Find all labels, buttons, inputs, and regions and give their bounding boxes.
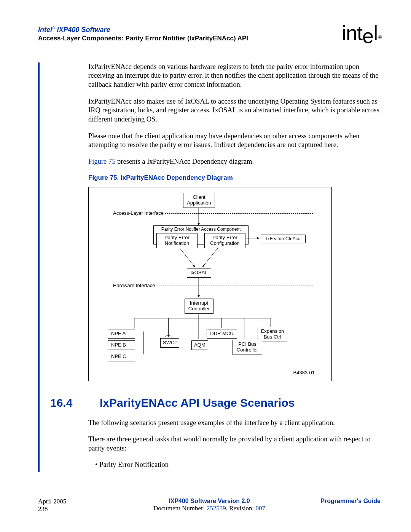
- section-heading: 16.4 IxParityENAcc API Usage Scenarios: [50, 396, 381, 409]
- page-footer: April 2005 238 IXP400 Software Version 2…: [38, 496, 381, 513]
- paragraph: Please note that the client application …: [88, 132, 381, 150]
- label-access-layer: Access-Layer Interface: [112, 210, 165, 216]
- diagram-box-aqm: AQM: [191, 340, 208, 350]
- diagram-id: B4383-01: [293, 370, 315, 375]
- chapter-subtitle: Access-Layer Components: Parity Error No…: [38, 35, 342, 42]
- diagram-box-npe-b: NPE B: [108, 340, 135, 350]
- section-rule: [38, 62, 49, 472]
- diagram-box-pe-notification: Parity Error Notification: [156, 233, 198, 248]
- dependency-diagram: Client Application Access-Layer Interfac…: [88, 187, 332, 381]
- list-item: • Parity Error Notification: [95, 461, 381, 469]
- paragraph: There are three general tasks that would…: [88, 435, 381, 453]
- diagram-box-client: Client Application: [183, 193, 215, 208]
- paragraph: Figure 75 presents a IxParityENAcc Depen…: [88, 157, 381, 166]
- footer-version: IXP400 Software Version 2.0: [122, 498, 297, 505]
- diagram-box-pe-config: Parity Error Configuration: [204, 233, 245, 248]
- footer-rule: [38, 496, 381, 496]
- section-title: IxParityENAcc API Usage Scenarios: [100, 396, 295, 409]
- product-suffix: IXP400 Software: [55, 26, 110, 34]
- footer-guide-title: Programmer's Guide: [297, 498, 381, 505]
- paragraph-text: presents a IxParityENAcc Dependency diag…: [115, 158, 254, 165]
- label-notifier-group: Parity Error Notifier Access Component: [154, 227, 248, 232]
- paragraph: IxParityENAcc depends on various hardwar…: [88, 62, 381, 89]
- paragraph: IxParityENAcc also makes use of IxOSAL t…: [88, 97, 381, 124]
- diagram-box-swcp: SWCP: [160, 338, 179, 348]
- diagram-box-ixfeature: IxFeatureCtrlAcc: [261, 235, 306, 244]
- figure-caption: Figure 75. IxParityENAcc Dependency Diag…: [88, 174, 381, 182]
- diagram-box-npe-a: NPE A: [108, 329, 135, 339]
- diagram-box-interrupt: Interrupt Controller: [185, 299, 213, 314]
- footer-docinfo: Document Number: 252539, Revision: 007: [122, 505, 297, 512]
- footer-date: April 2005: [38, 498, 122, 505]
- figure-reference-link[interactable]: Figure 75: [88, 158, 115, 165]
- product-name: Intel: [38, 26, 52, 34]
- diagram-box-pci: PCI Bus Controller: [233, 340, 262, 355]
- intel-logo: intel®: [342, 24, 381, 42]
- page-header: Intel® IXP400 Software Access-Layer Comp…: [38, 26, 381, 45]
- header-rule: [38, 47, 381, 47]
- footer-page-number: 238: [38, 505, 122, 513]
- diagram-box-ixosal: IxOSAL: [187, 268, 211, 278]
- paragraph: The following scenarios present usage ex…: [88, 419, 381, 428]
- diagram-box-ddr: DDR MCU: [207, 329, 237, 339]
- section-number: 16.4: [50, 396, 100, 409]
- diagram-box-npe-c: NPE C: [108, 352, 135, 361]
- product-title: Intel® IXP400 Software: [38, 26, 342, 34]
- label-hardware-interface: Hardware Interface: [112, 283, 157, 288]
